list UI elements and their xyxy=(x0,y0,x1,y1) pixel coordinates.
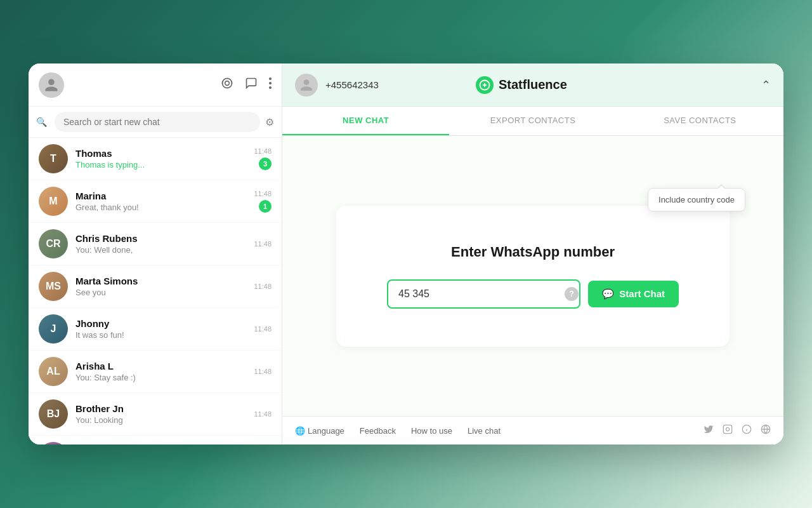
search-icon: 🔍 xyxy=(36,117,47,127)
chat-item-marta[interactable]: MS Marta Simons See you 11:48 xyxy=(29,265,282,308)
phone-number: +455642343 xyxy=(325,79,379,90)
chat-time-arisha: 11:48 xyxy=(254,368,272,375)
chat-name-chris: Chris Rubens xyxy=(75,233,246,244)
chat-item-thomas[interactable]: T Thomas Thomas is typing... 11:48 3 xyxy=(29,138,282,180)
chat-name-thomas: Thomas xyxy=(75,148,246,159)
chat-meta-jhonny: 11:48 xyxy=(254,325,272,333)
phone-number-input[interactable] xyxy=(387,279,580,309)
chevron-up-icon[interactable]: ⌃ xyxy=(761,78,771,92)
svg-rect-8 xyxy=(723,425,731,433)
chat-avatar-marina: M xyxy=(39,187,68,216)
chat-bubble-icon: 💬 xyxy=(602,288,614,300)
svg-point-2 xyxy=(269,77,272,80)
chat-info-marina: Marina Great, thank you! xyxy=(75,190,246,212)
chat-preview-marina: Great, thank you! xyxy=(75,203,246,212)
brand-name: Statfluence xyxy=(499,77,567,92)
chat-name-jhonny: Jhonny xyxy=(75,318,246,329)
footer-feedback-label: Feedback xyxy=(360,426,396,436)
tab-new-chat[interactable]: NEW CHAT xyxy=(282,107,449,135)
tooltip-arrow xyxy=(717,184,726,189)
footer-how-to-use-label: How to use xyxy=(411,426,452,436)
chat-meta-arisha: 11:48 xyxy=(254,368,272,375)
chat-badge-marina: 1 xyxy=(259,200,272,213)
chat-preview-thomas: Thomas is typing... xyxy=(75,160,246,170)
chat-info-thomas: Thomas Thomas is typing... xyxy=(75,148,246,170)
chat-preview-brother: You: Looking xyxy=(75,415,246,425)
chat-info-marta: Marta Simons See you xyxy=(75,276,246,297)
notifications-icon[interactable] xyxy=(221,77,233,93)
svg-point-4 xyxy=(269,86,272,89)
footer: 🌐 Language Feedback How to use Live chat xyxy=(282,416,783,444)
instagram-icon[interactable] xyxy=(723,424,733,437)
help-icon[interactable]: ? xyxy=(565,287,579,301)
more-icon[interactable] xyxy=(269,77,272,93)
chat-name-marina: Marina xyxy=(75,190,246,201)
main-panel: +455642343 Statfluence ⌃ NEW CHAT EXPORT… xyxy=(282,64,783,444)
chat-time-brother: 11:48 xyxy=(254,410,272,418)
language-icon: 🌐 xyxy=(295,426,305,436)
chat-meta-brother: 11:48 xyxy=(254,410,272,418)
chat-info-jhonny: Jhonny It was so fun! xyxy=(75,318,246,340)
chat-item-chris[interactable]: CR Chris Rubens You: Well done, 11:48 xyxy=(29,223,282,265)
footer-live-chat-label: Live chat xyxy=(468,426,501,436)
svg-point-1 xyxy=(223,79,232,88)
chat-meta-thomas: 11:48 3 xyxy=(254,147,272,170)
chat-meta-marta: 11:48 xyxy=(254,283,272,290)
sidebar: 🔍 ⚙ T Thomas Thomas is typing... 11:48 3… xyxy=(29,64,282,444)
chat-avatar-thomas: T xyxy=(39,144,68,173)
footer-feedback[interactable]: Feedback xyxy=(360,426,396,436)
footer-language[interactable]: 🌐 Language xyxy=(295,426,344,436)
app-window: 🔍 ⚙ T Thomas Thomas is typing... 11:48 3… xyxy=(29,64,783,444)
tabs-bar: NEW CHAT EXPORT CONTACTS SAVE CONTACTS xyxy=(282,107,783,136)
footer-social-icons xyxy=(704,424,771,437)
chat-avatar-brother: BJ xyxy=(39,399,68,429)
twitter-icon[interactable] xyxy=(704,424,714,437)
tooltip-include-country: Include country code xyxy=(648,188,745,211)
card-title: Enter WhatsApp number xyxy=(387,244,679,260)
globe-icon[interactable] xyxy=(761,424,771,437)
header-icons xyxy=(221,77,272,93)
chat-meta-marina: 11:48 1 xyxy=(254,190,272,213)
footer-live-chat[interactable]: Live chat xyxy=(468,426,501,436)
chat-info-arisha: Arisha L You: Stay safe :) xyxy=(75,361,246,382)
chat-preview-chris: You: Well done, xyxy=(75,245,246,255)
chat-preview-arisha: You: Stay safe :) xyxy=(75,373,246,382)
tab-export-contacts[interactable]: EXPORT CONTACTS xyxy=(449,107,616,135)
new-chat-card: Enter WhatsApp number ? 💬 Start Chat Inc… xyxy=(336,206,730,347)
search-bar: 🔍 ⚙ xyxy=(29,107,282,138)
chat-avatar-girlfriend: GF xyxy=(39,442,68,444)
user-avatar xyxy=(39,72,64,98)
chat-name-marta: Marta Simons xyxy=(75,276,246,286)
brand-logo-area: Statfluence xyxy=(476,76,567,94)
tab-content-new-chat: Enter WhatsApp number ? 💬 Start Chat Inc… xyxy=(282,136,783,416)
main-header: +455642343 Statfluence ⌃ xyxy=(282,64,783,107)
start-chat-button[interactable]: 💬 Start Chat xyxy=(588,281,679,307)
header-user-avatar xyxy=(295,74,318,97)
chat-icon[interactable] xyxy=(245,77,258,93)
start-chat-label: Start Chat xyxy=(619,288,665,299)
chat-time-thomas: 11:48 xyxy=(254,147,272,155)
input-row: ? 💬 Start Chat xyxy=(387,279,679,309)
chat-item-jhonny[interactable]: J Jhonny It was so fun! 11:48 xyxy=(29,308,282,351)
chat-item-brother[interactable]: BJ Brother Jn You: Looking 11:48 xyxy=(29,393,282,436)
filter-icon[interactable]: ⚙ xyxy=(265,116,274,128)
chat-info-brother: Brother Jn You: Looking xyxy=(75,403,246,425)
chat-item-girlfriend[interactable]: GF Girlfriend Love you ❤️ 11:48 xyxy=(29,436,282,444)
footer-how-to-use[interactable]: How to use xyxy=(411,426,452,436)
search-input[interactable] xyxy=(55,112,260,132)
chat-avatar-jhonny: J xyxy=(39,314,68,344)
sidebar-header xyxy=(29,64,282,107)
brand-icon xyxy=(476,76,494,94)
chat-list: T Thomas Thomas is typing... 11:48 3 M M… xyxy=(29,138,282,444)
chat-name-arisha: Arisha L xyxy=(75,361,246,371)
tab-save-contacts[interactable]: SAVE CONTACTS xyxy=(617,107,783,135)
chat-avatar-chris: CR xyxy=(39,229,68,258)
chat-badge-thomas: 3 xyxy=(259,157,272,170)
chat-item-arisha[interactable]: AL Arisha L You: Stay safe :) 11:48 xyxy=(29,351,282,393)
info-icon[interactable] xyxy=(742,424,752,437)
svg-point-3 xyxy=(269,82,272,84)
chat-avatar-arisha: AL xyxy=(39,357,68,386)
tooltip-text: Include country code xyxy=(658,195,735,204)
chat-item-marina[interactable]: M Marina Great, thank you! 11:48 1 xyxy=(29,180,282,223)
chat-time-jhonny: 11:48 xyxy=(254,325,272,333)
